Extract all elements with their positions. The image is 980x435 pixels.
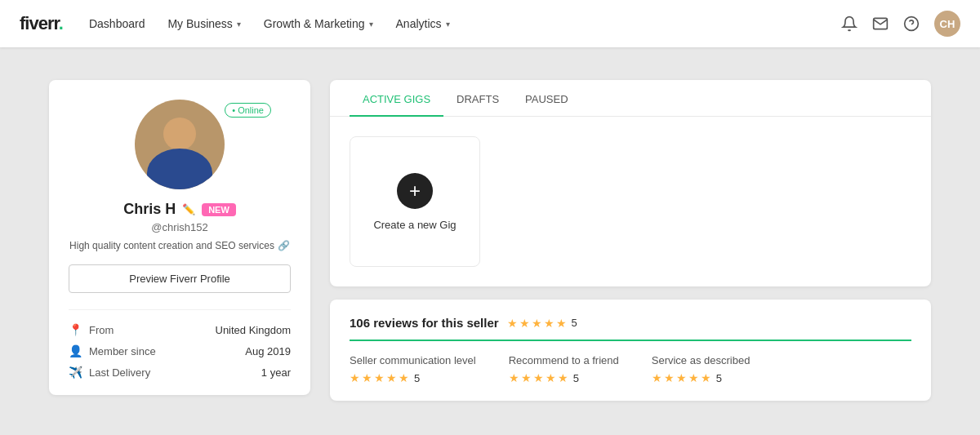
metric-service: Service as described ★ ★ ★ ★ ★ 5: [652, 354, 751, 384]
overall-stars: ★ ★ ★ ★ ★ 5: [507, 317, 577, 330]
profile-card: • Online Chris H ✏️ NEW @chrish152 High …: [49, 80, 310, 395]
metric-service-stars: ★ ★ ★ ★ ★ 5: [652, 371, 751, 384]
metric-communication: Seller communication level ★ ★ ★ ★ ★ 5: [350, 354, 476, 384]
reviews-header: 106 reviews for this seller ★ ★ ★ ★ ★ 5: [350, 316, 911, 341]
reviews-card: 106 reviews for this seller ★ ★ ★ ★ ★ 5 …: [330, 300, 931, 401]
reviews-metrics: Seller communication level ★ ★ ★ ★ ★ 5 R…: [350, 354, 911, 384]
notifications-icon[interactable]: [841, 16, 858, 32]
tab-drafts[interactable]: DRAFTS: [443, 80, 512, 117]
nav-analytics[interactable]: Analytics ▾: [396, 17, 450, 30]
profile-avatar-image: [135, 100, 225, 189]
location-icon: 📍: [69, 323, 82, 336]
from-value: United Kingdom: [216, 324, 292, 336]
preview-profile-button[interactable]: Preview Fiverr Profile: [69, 264, 291, 293]
member-icon: 👤: [69, 344, 82, 357]
from-label: 📍 From: [69, 323, 114, 336]
avatar[interactable]: CH: [934, 11, 960, 37]
reviews-title: 106 reviews for this seller: [350, 316, 499, 330]
star-3: ★: [532, 317, 542, 330]
nav-growth-marketing[interactable]: Growth & Marketing ▾: [264, 17, 373, 30]
nav-my-business[interactable]: My Business ▾: [167, 17, 240, 30]
meta-from-row: 📍 From United Kingdom: [69, 323, 291, 336]
chevron-down-icon: ▾: [446, 20, 450, 29]
metric-recommend-stars: ★ ★ ★ ★ ★ 5: [509, 371, 619, 384]
messages-icon[interactable]: [872, 16, 889, 32]
link-icon: 🔗: [278, 240, 290, 251]
gigs-card: ACTIVE GIGS DRAFTS PAUSED + Create a new…: [330, 80, 931, 286]
star-4: ★: [544, 317, 555, 330]
overall-rating: 5: [572, 317, 577, 329]
metric-communication-stars: ★ ★ ★ ★ ★ 5: [350, 371, 476, 384]
help-icon[interactable]: [903, 16, 920, 32]
metric-communication-label: Seller communication level: [350, 354, 476, 366]
metric-service-label: Service as described: [652, 354, 751, 366]
edit-icon[interactable]: ✏️: [182, 203, 195, 215]
logo-text: fiverr: [20, 13, 59, 33]
create-gig-label: Create a new Gig: [373, 219, 456, 231]
avatar-wrap: • Online: [69, 100, 291, 189]
right-panel: ACTIVE GIGS DRAFTS PAUSED + Create a new…: [330, 80, 931, 401]
gigs-tabs: ACTIVE GIGS DRAFTS PAUSED: [330, 80, 931, 117]
new-badge: NEW: [202, 203, 236, 216]
star-5: ★: [556, 317, 567, 330]
metric-communication-rating: 5: [414, 372, 420, 384]
profile-name-row: Chris H ✏️ NEW: [69, 201, 291, 218]
metric-recommend-label: Recommend to a friend: [509, 354, 619, 366]
create-gig-card[interactable]: + Create a new Gig: [350, 136, 480, 267]
plus-button[interactable]: +: [397, 173, 433, 209]
meta-last-delivery-row: ✈️ Last Delivery 1 year: [69, 366, 291, 379]
chevron-down-icon: ▾: [237, 20, 241, 29]
last-delivery-label: ✈️ Last Delivery: [69, 366, 150, 379]
metric-recommend: Recommend to a friend ★ ★ ★ ★ ★ 5: [509, 354, 619, 384]
nav-dashboard[interactable]: Dashboard: [89, 17, 145, 30]
member-since-label: 👤 Member since: [69, 344, 156, 357]
profile-username: @chrish152: [69, 221, 291, 233]
tab-paused[interactable]: PAUSED: [512, 80, 581, 117]
metric-service-rating: 5: [716, 372, 722, 384]
chevron-down-icon: ▾: [369, 20, 373, 29]
online-badge: • Online: [225, 103, 271, 118]
member-since-value: Aug 2019: [245, 345, 291, 357]
metric-recommend-rating: 5: [573, 372, 579, 384]
logo[interactable]: fiverr.: [20, 13, 63, 34]
star-2: ★: [519, 317, 530, 330]
meta-member-since-row: 👤 Member since Aug 2019: [69, 344, 291, 357]
star-1: ★: [507, 317, 518, 330]
logo-dot: .: [59, 13, 63, 33]
nav-actions: CH: [841, 11, 960, 37]
last-delivery-value: 1 year: [261, 366, 291, 379]
gigs-body: + Create a new Gig: [330, 117, 931, 286]
profile-bio: High quality content creation and SEO se…: [69, 240, 291, 251]
profile-meta: 📍 From United Kingdom 👤 Member since Aug…: [69, 309, 291, 379]
main-content: • Online Chris H ✏️ NEW @chrish152 High …: [0, 47, 980, 433]
nav-links: Dashboard My Business ▾ Growth & Marketi…: [89, 17, 815, 30]
delivery-icon: ✈️: [69, 366, 82, 379]
profile-name: Chris H: [123, 201, 176, 218]
navbar: fiverr. Dashboard My Business ▾ Growth &…: [0, 0, 980, 47]
tab-active-gigs[interactable]: ACTIVE GIGS: [350, 80, 443, 117]
